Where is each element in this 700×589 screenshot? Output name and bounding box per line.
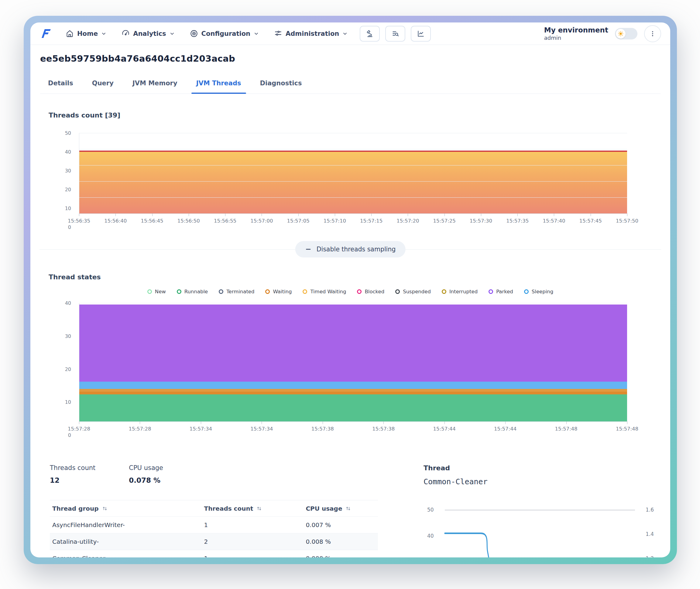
column-header-label: CPU usage [306,505,342,512]
threads-count-area [79,151,627,213]
y-tick-label: 20 [65,187,71,192]
state-band-waiting [79,392,627,395]
legend-item-runnable[interactable]: Runnable [177,289,208,294]
y-tick-label: 0 [68,432,71,438]
chart-line-icon [417,29,425,38]
column-header-label: Thread group [52,505,99,512]
legend-label: Interrupted [449,289,477,294]
left-axis-tick: 50 [427,507,434,513]
legend-ring-icon [488,289,493,294]
threads-chart-x-ticks [79,213,627,216]
chevron-down-icon [254,31,259,36]
thread-detail-heading: Thread [424,464,658,472]
legend-label: Sleeping [532,289,553,294]
left-axis-tick: 40 [427,533,434,539]
environment-info[interactable]: My environment admin [544,26,608,41]
legend-ring-icon [265,289,270,294]
table-row[interactable]: Catalina-utility-20.008 % [50,534,378,550]
gauge-icon [122,29,130,38]
right-axis-tick: 1.2 [646,555,654,557]
thread-states-x-ticks [79,421,627,424]
nav-item-label: Configuration [201,30,250,37]
gridline [79,197,627,198]
table-cell: 2 [204,538,306,545]
x-tick-mark [262,213,262,216]
tab-diagnostics[interactable]: Diagnostics [252,73,310,93]
threads-chart-x-axis: 15:56:3515:56:4015:56:4515:56:5015:56:55… [79,218,627,227]
more-options-button[interactable] [644,25,661,42]
legend-item-parked[interactable]: Parked [488,289,513,294]
x-tick-label: 15:57:34 [250,426,273,432]
thread-states-x-axis: 15:57:2815:57:2815:57:3415:57:3415:57:38… [79,426,627,435]
x-tick-mark [298,213,299,216]
y-tick-label: 30 [65,168,71,174]
sort-icon [345,506,351,512]
disable-threads-sampling-button[interactable]: Disable threads sampling [295,241,406,257]
legend-item-timed-waiting[interactable]: Timed Waiting [303,289,346,294]
table-cell: AsyncFileHandlerWriter- [50,521,204,529]
x-tick-label: 15:57:25 [433,218,456,224]
x-tick-label: 15:57:00 [250,218,273,224]
gridline [79,133,627,133]
x-tick-mark [225,213,226,216]
x-tick-mark [627,421,627,424]
legend-item-suspended[interactable]: Suspended [395,289,431,294]
y-tick-label: 10 [65,399,71,405]
cpu-usage-stat-label: CPU usage [129,464,163,471]
nav-item-home[interactable]: Home [65,29,106,38]
nav-item-label: Administration [286,30,339,37]
tab-jvm-threads[interactable]: JVM Threads [188,73,249,93]
column-header-thread-group[interactable]: Thread group [50,505,204,512]
legend-item-waiting[interactable]: Waiting [265,289,292,294]
legend-ring-icon [219,289,223,294]
theme-toggle-knob [616,29,625,38]
legend-label: Parked [496,289,513,294]
tab-query[interactable]: Query [84,73,122,93]
x-tick-label: 15:57:44 [433,426,456,432]
profiler-button[interactable] [360,26,380,42]
x-tick-mark [335,213,335,216]
table-cell: Common-Cleaner [50,555,204,557]
nav-item-configuration[interactable]: Configuration [190,29,259,38]
table-row[interactable]: Common-Cleaner10.000 % [50,550,378,557]
state-band-sleeping [79,382,627,389]
x-tick-label: 15:57:40 [543,218,565,224]
x-tick-label: 15:57:34 [189,426,212,432]
legend-item-blocked[interactable]: Blocked [357,289,384,294]
x-tick-label: 15:56:55 [214,218,236,224]
nav-item-administration[interactable]: Administration [274,29,347,38]
nav-item-label: Home [77,30,98,37]
x-tick-mark [566,421,567,424]
nav-item-analytics[interactable]: Analytics [122,29,174,38]
table-row[interactable]: AsyncFileHandlerWriter-10.007 % [50,517,378,534]
table-cell: Catalina-utility- [50,538,204,545]
metrics-button[interactable] [411,26,431,42]
tab-details[interactable]: Details [40,73,81,93]
microscope-icon [366,29,374,38]
gridline [79,165,627,166]
legend-item-new[interactable]: New [147,289,166,294]
nav-item-label: Analytics [133,30,166,37]
legend-item-terminated[interactable]: Terminated [219,289,254,294]
column-header-cpu-usage[interactable]: CPU usage [306,505,378,512]
legend-ring-icon [395,289,400,294]
chevron-down-icon [101,31,106,36]
x-tick-label: 15:57:28 [129,426,151,432]
theme-toggle[interactable] [615,28,638,39]
thread-states-plot[interactable] [79,303,627,421]
legend-item-sleeping[interactable]: Sleeping [524,289,553,294]
x-tick-mark [323,421,323,424]
x-tick-label: 15:57:10 [323,218,346,224]
tab-bar: DetailsQueryJVM MemoryJVM ThreadsDiagnos… [40,68,661,94]
tab-jvm-memory[interactable]: JVM Memory [125,73,185,93]
thread-detail-plot[interactable]: 504030 1.61.41.2 [445,510,635,557]
legend-item-interrupted[interactable]: Interrupted [442,289,477,294]
log-search-button[interactable] [385,26,405,42]
column-header-threads-count[interactable]: Threads count [204,505,306,512]
threads-chart-plot[interactable] [79,133,627,213]
threads-chart-y-axis: 50403020100 [40,133,76,227]
thread-groups-table: Thread groupThreads countCPU usageAsyncF… [50,500,378,557]
x-tick-label: 15:56:45 [141,218,163,224]
nav-tools [360,26,431,42]
brand-logo-icon[interactable] [39,28,52,40]
